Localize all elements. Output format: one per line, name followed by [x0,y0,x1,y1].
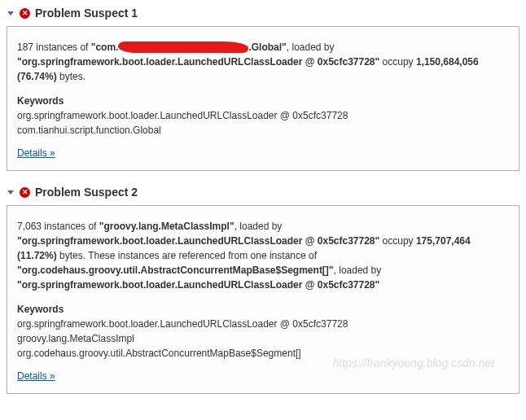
keywords-heading: Keywords [17,302,509,317]
suspect-summary: 7,063 instances of "groovy.lang.MetaClas… [17,219,509,292]
details-link[interactable]: Details » [17,146,55,160]
collapse-icon[interactable] [7,9,15,17]
keyword-line: org.springframework.boot.loader.Launched… [17,108,509,123]
instance-count: 187 [17,42,33,53]
keyword-line: org.codehaus.groovy.util.AbstractConcurr… [17,346,509,361]
error-icon: ✕ [20,187,30,198]
bytes-label: bytes. These instances are referenced fr… [57,250,317,261]
instance-count: 7,063 [17,221,42,232]
keyword-line: groovy.lang.MetaClassImpl [17,331,509,346]
svg-marker-1 [7,190,14,195]
error-icon: ✕ [20,8,30,19]
collapse-icon[interactable] [7,188,15,196]
loaded-by-label: , loaded by [235,221,283,232]
class-name: "groovy.lang.MetaClassImpl" [99,221,235,232]
section-title: Problem Suspect 1 [35,7,138,20]
bytes-label: bytes. [57,71,85,82]
problem-suspect-section: ✕ Problem Suspect 1 187 instances of "co… [7,7,519,171]
redacted-icon [118,42,248,53]
svg-marker-0 [7,11,14,15]
keywords-heading: Keywords [17,94,509,108]
suspect-summary: 187 instances of "com..Global", loaded b… [17,40,509,84]
instances-label: instances of [42,221,99,232]
details-link[interactable]: Details » [17,369,55,383]
instances-label: instances of [33,42,91,53]
section-title: Problem Suspect 2 [35,186,138,199]
ref-loader: "org.springframework.boot.loader.Launche… [17,279,379,291]
keyword-line: org.springframework.boot.loader.Launched… [17,317,509,331]
loader-name: "org.springframework.boot.loader.Launche… [17,56,379,68]
class-prefix: "com. [91,42,119,53]
suspect-content: 187 instances of "com..Global", loaded b… [7,26,519,171]
keyword-line: com.tianhui.script.function.Global [17,123,509,138]
ref-loaded-by: , loaded by [334,265,382,276]
ref-class: "org.codehaus.groovy.util.AbstractConcur… [17,265,334,276]
suspect-content: 7,063 instances of "groovy.lang.MetaClas… [7,205,519,394]
problem-suspect-section: ✕ Problem Suspect 2 7,063 instances of "… [7,186,519,394]
class-suffix: .Global" [248,42,286,53]
occupy-label: occupy [379,235,416,247]
occupy-label: occupy [379,56,416,68]
section-header[interactable]: ✕ Problem Suspect 2 [7,186,519,199]
loader-name: "org.springframework.boot.loader.Launche… [17,235,379,247]
loaded-by-label: , loaded by [287,42,335,53]
section-header[interactable]: ✕ Problem Suspect 1 [7,7,519,20]
